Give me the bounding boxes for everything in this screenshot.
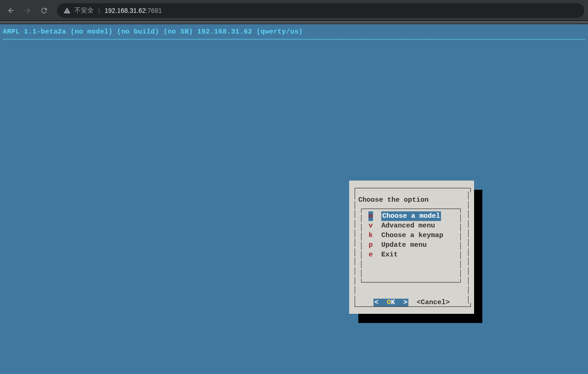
dialog-menu-box: ┌───────────────────────┐ │ │ │ │ │ │ │ … <box>359 205 464 288</box>
dialog-border-right: ││││││││││││ <box>466 192 470 304</box>
reload-icon <box>40 6 48 15</box>
option-dialog: ┌───────────────────────────┐ Choose the… <box>349 181 474 314</box>
menu-key: m <box>368 211 373 221</box>
menu-label: Update menu <box>381 240 427 250</box>
dialog-border-left: ││││││││││││ <box>353 192 357 304</box>
address-bar[interactable]: 不安全 | 192.168.31.62:7681 <box>57 3 584 18</box>
menu-key: p <box>368 240 373 250</box>
menu-list: mChoose a modelvAdvanced menukChoose a k… <box>368 211 459 260</box>
back-button[interactable] <box>4 3 18 18</box>
menu-key: v <box>368 221 373 231</box>
menu-key: k <box>368 231 373 240</box>
dialog-title: Choose the option <box>353 196 470 204</box>
menu-label: Exit <box>381 250 398 260</box>
reload-button[interactable] <box>37 3 51 18</box>
menu-border-line: │ │ <box>359 260 464 269</box>
address-separator: | <box>98 7 100 14</box>
arrow-right-icon <box>23 6 32 15</box>
dialog-border-top: ┌───────────────────────────┐ <box>353 184 470 193</box>
menu-key: e <box>368 250 373 260</box>
menu-label: Choose a model <box>381 211 441 221</box>
menu-item-m[interactable]: mChoose a model <box>368 211 459 221</box>
dialog-border-bottom: └───────────────────────────┘ <box>353 303 473 312</box>
nav-buttons <box>4 3 51 18</box>
terminal-divider: ────────────────────────────────────────… <box>3 36 585 44</box>
menu-border-line: │ │ <box>359 269 464 278</box>
menu-item-k[interactable]: kChoose a keymap <box>368 231 459 240</box>
insecure-warning-icon <box>63 7 71 14</box>
terminal-area[interactable]: ARPL 1.1-beta2a (no model) (no build) (n… <box>0 24 588 374</box>
url-port: :7681 <box>146 7 162 14</box>
menu-item-p[interactable]: pUpdate menu <box>368 240 459 250</box>
menu-border-bottom: └───────────────────────┘ <box>359 278 464 288</box>
menu-item-e[interactable]: eExit <box>368 250 459 260</box>
menu-label: Choose a keymap <box>381 231 443 240</box>
url-host: 192.168.31.62 <box>105 7 146 14</box>
terminal-header-line: ARPL 1.1-beta2a (no model) (no build) (n… <box>3 28 585 36</box>
arrow-left-icon <box>7 6 15 15</box>
menu-item-v[interactable]: vAdvanced menu <box>368 221 459 231</box>
browser-toolbar: 不安全 | 192.168.31.62:7681 <box>0 0 588 21</box>
menu-label: Advanced menu <box>381 221 435 231</box>
insecure-label: 不安全 <box>74 6 94 15</box>
forward-button[interactable] <box>20 3 35 18</box>
